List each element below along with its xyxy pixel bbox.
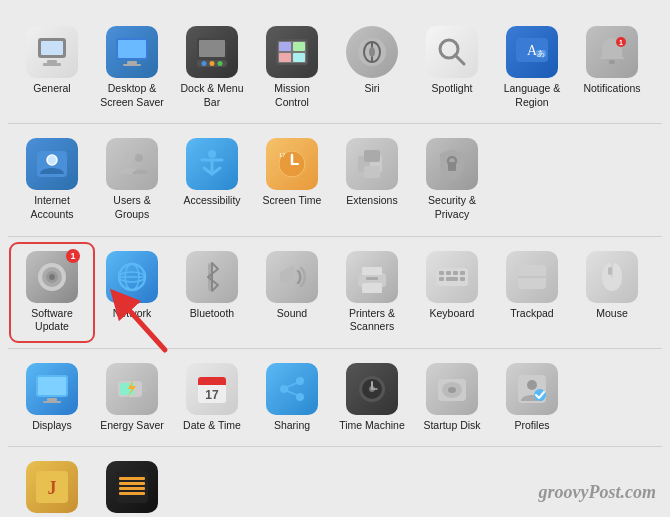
svg-point-11 — [202, 61, 207, 66]
label-profiles: Profiles — [514, 419, 549, 433]
svg-point-37 — [208, 150, 216, 158]
label-keyboard: Keyboard — [430, 307, 475, 321]
svg-point-23 — [369, 47, 375, 57]
item-software[interactable]: 1Software Update — [12, 245, 92, 340]
icon-extensions — [346, 138, 398, 190]
item-spotlight[interactable]: Spotlight — [412, 20, 492, 115]
item-profiles[interactable]: Profiles — [492, 357, 572, 439]
item-bluetooth[interactable]: Bluetooth — [172, 245, 252, 340]
item-general[interactable]: General — [12, 20, 92, 115]
label-siri: Siri — [364, 82, 379, 96]
item-startupdisk[interactable]: Startup Disk — [412, 357, 492, 439]
section-row3: 1Software UpdateNetworkBluetoothSoundPri… — [8, 237, 662, 349]
svg-text:あ: あ — [537, 49, 545, 58]
item-internet[interactable]: Internet Accounts — [12, 132, 92, 227]
label-mission: Mission Control — [256, 82, 328, 109]
svg-line-88 — [287, 383, 297, 387]
item-keyboard[interactable]: Keyboard — [412, 245, 492, 340]
svg-text:J: J — [48, 478, 57, 498]
item-security[interactable]: Security & Privacy — [412, 132, 492, 227]
svg-rect-63 — [439, 271, 444, 275]
icon-spotlight — [426, 26, 478, 78]
svg-text:17: 17 — [279, 152, 286, 158]
svg-point-85 — [280, 385, 288, 393]
item-displays[interactable]: Displays — [12, 357, 92, 439]
icon-desktop — [106, 26, 158, 78]
label-network: Network — [113, 307, 152, 321]
svg-rect-3 — [43, 63, 61, 66]
item-java[interactable]: JJava — [12, 455, 92, 517]
label-notifications: Notifications — [583, 82, 640, 96]
label-trackpad: Trackpad — [510, 307, 553, 321]
label-bluetooth: Bluetooth — [190, 307, 234, 321]
icon-notifications: 1 — [586, 26, 638, 78]
svg-rect-77 — [43, 401, 61, 403]
svg-point-86 — [296, 377, 304, 385]
item-language[interactable]: AあLanguage & Region — [492, 20, 572, 115]
label-timemachine: Time Machine — [339, 419, 405, 433]
icon-timemachine — [346, 363, 398, 415]
label-sharing: Sharing — [274, 419, 310, 433]
notification-badge: 1 — [66, 249, 80, 263]
icon-datetime: 17 — [186, 363, 238, 415]
item-desktop[interactable]: Desktop & Screen Saver — [92, 20, 172, 115]
section-row1: GeneralDesktop & Screen SaverDock & Menu… — [8, 12, 662, 124]
svg-point-99 — [527, 380, 537, 390]
svg-line-25 — [455, 55, 464, 64]
item-mission[interactable]: Mission Control — [252, 20, 332, 115]
svg-point-13 — [218, 61, 223, 66]
svg-marker-57 — [280, 265, 294, 289]
item-notifications[interactable]: 1Notifications — [572, 20, 652, 115]
svg-rect-107 — [119, 492, 145, 495]
item-energy[interactable]: Energy Saver — [92, 357, 172, 439]
svg-rect-61 — [366, 277, 378, 280]
icon-startupdisk — [426, 363, 478, 415]
item-users[interactable]: Users & Groups — [92, 132, 172, 227]
item-datetime[interactable]: 17Date & Time — [172, 357, 252, 439]
icon-language: Aあ — [506, 26, 558, 78]
item-mouse[interactable]: Mouse — [572, 245, 652, 340]
icon-profiles — [506, 363, 558, 415]
label-sound: Sound — [277, 307, 307, 321]
svg-rect-67 — [439, 277, 444, 281]
item-extensions[interactable]: Extensions — [332, 132, 412, 227]
item-sharing[interactable]: Sharing — [252, 357, 332, 439]
svg-point-51 — [49, 274, 55, 280]
label-accessibility: Accessibility — [183, 194, 240, 208]
item-ua25[interactable]: UA-25 — [92, 455, 172, 517]
icon-sound — [266, 251, 318, 303]
icon-sharing — [266, 363, 318, 415]
label-screentime: Screen Time — [263, 194, 322, 208]
item-timemachine[interactable]: Time Machine — [332, 357, 412, 439]
svg-rect-73 — [608, 267, 612, 275]
svg-rect-30 — [609, 60, 615, 64]
svg-rect-104 — [119, 477, 145, 480]
svg-rect-64 — [446, 271, 451, 275]
svg-rect-68 — [446, 277, 458, 281]
item-dock[interactable]: Dock & Menu Bar — [172, 20, 252, 115]
svg-point-87 — [296, 393, 304, 401]
section-row4: DisplaysEnergy Saver17Date & TimeSharing… — [8, 349, 662, 448]
svg-rect-7 — [123, 64, 141, 66]
item-network[interactable]: Network — [92, 245, 172, 340]
svg-rect-19 — [293, 53, 305, 62]
svg-rect-76 — [47, 398, 57, 401]
item-trackpad[interactable]: Trackpad — [492, 245, 572, 340]
svg-rect-106 — [119, 487, 145, 490]
item-screentime[interactable]: 17Screen Time — [252, 132, 332, 227]
item-accessibility[interactable]: Accessibility — [172, 132, 252, 227]
icon-dock — [186, 26, 238, 78]
svg-rect-45 — [364, 166, 380, 178]
item-sound[interactable]: Sound — [252, 245, 332, 340]
icon-general — [26, 26, 78, 78]
label-internet: Internet Accounts — [16, 194, 88, 221]
item-printers[interactable]: Printers & Scanners — [332, 245, 412, 340]
label-language: Language & Region — [496, 82, 568, 109]
svg-rect-6 — [127, 61, 137, 64]
svg-rect-65 — [453, 271, 458, 275]
icon-printers — [346, 251, 398, 303]
item-siri[interactable]: Siri — [332, 20, 412, 115]
icon-ua25 — [106, 461, 158, 513]
icon-bluetooth — [186, 251, 238, 303]
svg-rect-2 — [47, 60, 57, 63]
